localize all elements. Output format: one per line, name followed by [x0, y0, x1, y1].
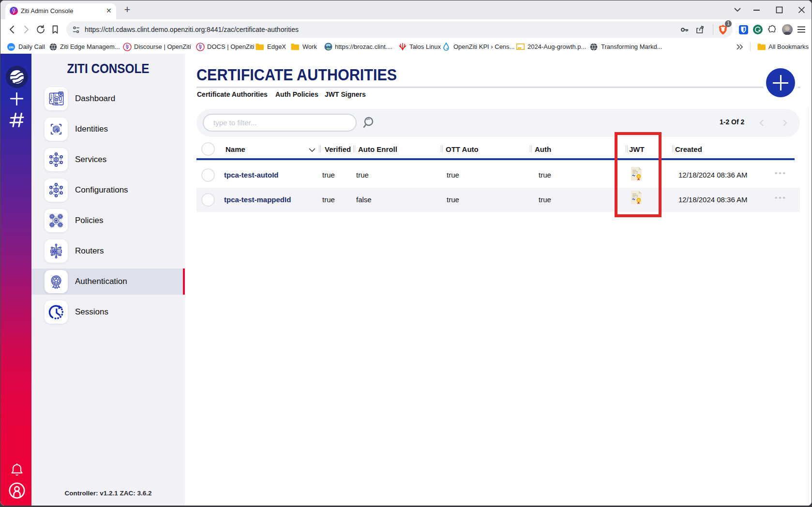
- svg-text:zm: zm: [9, 45, 14, 49]
